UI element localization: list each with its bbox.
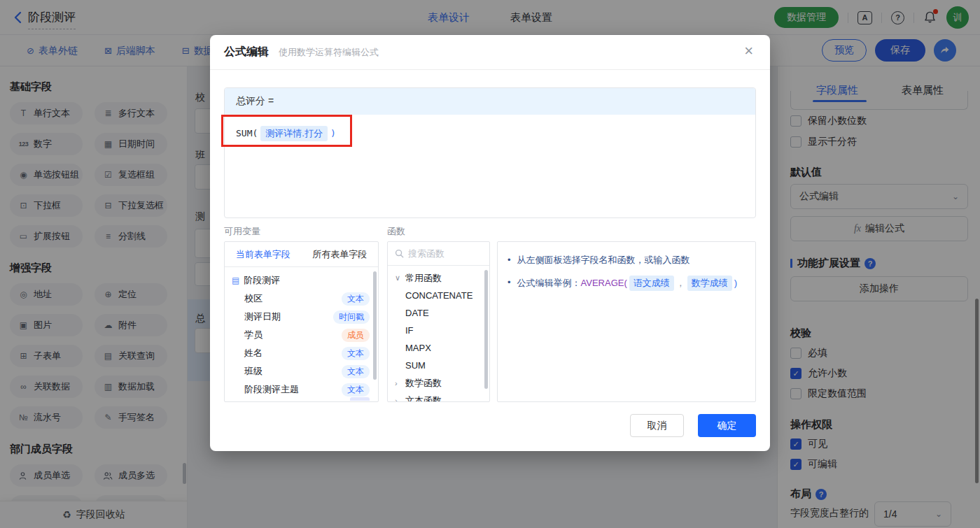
variable-row[interactable]: 班级文本 (225, 362, 378, 380)
close-icon[interactable]: × (744, 43, 753, 59)
caret-right-icon: › (395, 379, 401, 387)
app-window: 阶段测评 表单设计 表单设置 数据管理 A ? 训 ⊘ 表单外链 (0, 0, 980, 528)
tab-current-form-fields[interactable]: 当前表单字段 (225, 242, 302, 266)
function-group-math[interactable]: ›数学函数 (388, 374, 489, 392)
function-search[interactable] (388, 242, 489, 266)
variable-row[interactable]: 测评日期时间戳 (225, 308, 378, 326)
tree-root[interactable]: ▤ 阶段测评 (225, 271, 378, 290)
bullet: • (507, 276, 511, 290)
formula-target-row: 总评分 = (225, 88, 755, 115)
caret-down-icon: ∨ (395, 273, 401, 283)
function-search-input[interactable] (408, 248, 471, 259)
function-item[interactable]: CONCATENATE (388, 287, 489, 304)
function-item[interactable]: IF (388, 322, 489, 339)
formula-help-panel: • 从左侧面板选择字段名和函数，或输入函数 • 公式编辑举例：AVERAGE(语… (497, 241, 756, 402)
modal-title: 公式编辑 (224, 45, 269, 59)
modal-footer: 取消 确定 (630, 414, 756, 437)
function-item[interactable]: MAPX (388, 339, 489, 357)
example-function: AVERAGE( (581, 278, 627, 288)
variable-name: 校区 (244, 292, 262, 305)
example-close-paren: ) (734, 278, 737, 288)
modal-subtitle: 使用数学运算符编辑公式 (279, 46, 379, 59)
example-chip: 语文成绩 (629, 276, 674, 291)
variables-label: 可用变量 (224, 225, 260, 238)
example-comma: ， (676, 278, 685, 288)
variable-name: 姓名 (244, 347, 262, 359)
group-label: 文本函数 (405, 394, 442, 403)
variable-name: 班级 (244, 365, 262, 378)
tab-all-form-fields[interactable]: 所有表单字段 (302, 242, 379, 266)
formula-close-paren: ) (330, 128, 336, 138)
variable-name: 测评日期 (244, 311, 281, 323)
variable-row[interactable]: 阶段测评主题文本 (225, 380, 378, 399)
function-name: IF (405, 325, 414, 336)
function-tree: ∨常用函数 CONCATENATE DATE IF MAPX SUM ›数学函数… (388, 266, 489, 402)
type-badge: 文本 (342, 292, 370, 306)
function-item[interactable]: DATE (388, 304, 489, 322)
functions-label: 函数 (387, 225, 405, 238)
variable-name: 阶段测评主题 (244, 383, 299, 396)
variable-name: 学员 (244, 329, 262, 341)
type-badge: 时间戳 (333, 311, 370, 324)
clipped-badge (350, 397, 370, 401)
functions-panel: ∨常用函数 CONCATENATE DATE IF MAPX SUM ›数学函数… (387, 241, 490, 402)
type-badge: 成员 (342, 329, 370, 342)
caret-right-icon: › (395, 397, 401, 403)
help-line-1: • 从左侧面板选择字段名和函数，或输入函数 (507, 253, 746, 267)
group-label: 数学函数 (405, 377, 442, 390)
formula-expression[interactable]: SUM(测评详情.打分) (225, 115, 755, 152)
formula-field-chip[interactable]: 测评详情.打分 (260, 126, 328, 141)
help-text: 公式编辑举例：AVERAGE(语文成绩，数学成绩) (517, 276, 738, 291)
functions-scrollbar[interactable] (484, 270, 488, 389)
variable-row[interactable]: 校区文本 (225, 290, 378, 308)
type-badge: 文本 (342, 383, 370, 397)
type-badge: 文本 (342, 347, 370, 360)
function-group-common[interactable]: ∨常用函数 (388, 269, 489, 287)
group-label: 常用函数 (405, 272, 442, 285)
variables-scrollbar[interactable] (373, 271, 377, 380)
confirm-button[interactable]: 确定 (698, 414, 756, 437)
function-name: DATE (405, 308, 429, 318)
formula-function: SUM( (236, 128, 258, 138)
search-icon (395, 249, 404, 258)
bullet: • (507, 253, 511, 267)
variable-row[interactable]: 学员成员 (225, 326, 378, 344)
type-badge: 文本 (342, 365, 370, 378)
help-example-prefix: 公式编辑举例： (517, 278, 581, 288)
cancel-button[interactable]: 取消 (630, 414, 684, 437)
variables-tree: ▤ 阶段测评 校区文本 测评日期时间戳 学员成员 姓名文本 班级文本 阶段测评主… (225, 267, 378, 399)
variables-panel: 当前表单字段 所有表单字段 ▤ 阶段测评 校区文本 测评日期时间戳 学员成员 姓… (224, 241, 379, 402)
function-group-text[interactable]: ›文本函数 (388, 392, 489, 402)
formula-editor[interactable]: 总评分 = SUM(测评详情.打分) (224, 87, 756, 218)
example-chip: 数学成绩 (687, 276, 732, 291)
tree-root-label: 阶段测评 (244, 274, 280, 287)
function-item[interactable]: SUM (388, 357, 489, 374)
function-name: SUM (405, 360, 426, 371)
help-line-2: • 公式编辑举例：AVERAGE(语文成绩，数学成绩) (507, 276, 746, 291)
function-name: CONCATENATE (405, 290, 472, 301)
variable-row[interactable]: 姓名文本 (225, 344, 378, 362)
document-icon: ▤ (232, 276, 239, 285)
function-name: MAPX (405, 343, 431, 353)
help-text: 从左侧面板选择字段名和函数，或输入函数 (517, 253, 690, 267)
variables-tabs: 当前表单字段 所有表单字段 (225, 242, 378, 267)
formula-editor-modal: 公式编辑 使用数学运算符编辑公式 × 总评分 = SUM(测评详情.打分) 可用… (210, 35, 770, 451)
modal-header: 公式编辑 使用数学运算符编辑公式 × (210, 35, 770, 70)
